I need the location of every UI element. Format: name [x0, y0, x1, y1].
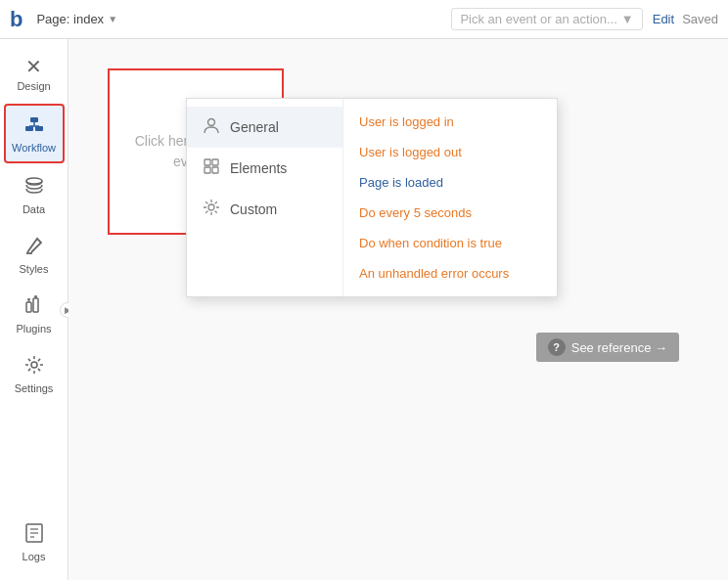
- settings-icon: [23, 354, 45, 380]
- dropdown-custom-item[interactable]: Custom: [187, 189, 342, 230]
- general-icon: [203, 116, 220, 138]
- page-selector[interactable]: Page: index ▼: [36, 12, 117, 26]
- design-icon: ✕: [25, 55, 42, 78]
- see-reference-button[interactable]: ? See reference →: [536, 333, 679, 362]
- dropdown-elements-item[interactable]: Elements: [187, 148, 342, 189]
- sidebar-item-styles[interactable]: Styles: [4, 227, 65, 283]
- general-label: General: [230, 119, 279, 135]
- svg-point-24: [208, 204, 214, 210]
- sidebar-item-styles-label: Styles: [20, 263, 49, 275]
- dropdown-item-user-logged-out[interactable]: User is logged out: [343, 137, 557, 167]
- sidebar-item-plugins-label: Plugins: [16, 323, 51, 335]
- edit-saved-area: Edit Saved: [653, 12, 718, 26]
- workflow-icon: [23, 113, 46, 140]
- top-bar: b Page: index ▼ Pick an event or an acti…: [0, 0, 728, 39]
- sidebar-item-settings[interactable]: Settings: [4, 346, 65, 402]
- event-placeholder: Pick an event or an action...: [460, 12, 616, 26]
- sidebar: ✕ Design Workflow: [0, 39, 68, 580]
- sidebar-item-workflow[interactable]: Workflow: [4, 104, 65, 163]
- sidebar-item-settings-label: Settings: [15, 382, 54, 394]
- svg-point-6: [26, 178, 42, 184]
- custom-icon: [203, 199, 220, 220]
- svg-rect-8: [26, 302, 31, 312]
- styles-icon: [23, 235, 45, 261]
- sidebar-item-plugins[interactable]: Plugins: [4, 287, 65, 342]
- svg-rect-9: [33, 298, 38, 312]
- svg-point-19: [208, 119, 215, 126]
- dropdown-general-item[interactable]: General: [187, 107, 342, 148]
- event-dropdown: General Elements: [186, 98, 558, 297]
- main-layout: ✕ Design Workflow: [0, 39, 728, 580]
- plugins-icon: [23, 294, 45, 321]
- sidebar-item-workflow-label: Workflow: [12, 142, 56, 154]
- sidebar-item-design-label: Design: [17, 80, 50, 92]
- sidebar-item-design[interactable]: ✕ Design: [4, 47, 65, 100]
- logs-icon: [24, 522, 44, 549]
- dropdown-item-do-when-condition[interactable]: Do when condition is true: [343, 228, 557, 258]
- dropdown-item-unhandled-error[interactable]: An unhandled error occurs: [343, 258, 557, 289]
- page-label: Page: index: [36, 12, 104, 26]
- dropdown-right-panel: User is logged in User is logged out Pag…: [343, 99, 557, 296]
- question-mark-icon: ?: [548, 338, 566, 356]
- dropdown-item-page-is-loaded[interactable]: Page is loaded: [343, 167, 557, 198]
- custom-label: Custom: [230, 201, 277, 217]
- saved-status: Saved: [682, 12, 718, 26]
- svg-rect-21: [212, 159, 218, 165]
- svg-rect-23: [212, 167, 218, 173]
- see-reference-label: See reference →: [571, 340, 667, 355]
- sidebar-item-data[interactable]: Data: [4, 167, 65, 223]
- dropdown-item-user-logged-in[interactable]: User is logged in: [343, 107, 557, 137]
- sidebar-item-logs-label: Logs: [23, 551, 46, 562]
- dropdown-left-panel: General Elements: [187, 99, 343, 296]
- app-logo: b: [10, 7, 23, 32]
- elements-label: Elements: [230, 160, 287, 176]
- sidebar-item-logs[interactable]: Logs: [4, 514, 65, 570]
- edit-button[interactable]: Edit: [653, 12, 674, 26]
- content-area: Click here to add an event... General: [68, 39, 728, 580]
- sidebar-item-data-label: Data: [23, 203, 45, 215]
- page-chevron: ▼: [108, 14, 117, 24]
- elements-icon: [203, 157, 220, 179]
- data-icon: [23, 175, 45, 201]
- svg-point-14: [31, 362, 37, 368]
- svg-rect-22: [205, 167, 210, 173]
- svg-rect-2: [30, 117, 38, 122]
- event-action-selector[interactable]: Pick an event or an action... ▼: [451, 8, 642, 30]
- event-selector-chevron: ▼: [621, 12, 634, 26]
- svg-rect-20: [205, 159, 210, 165]
- dropdown-item-do-every-5-seconds[interactable]: Do every 5 seconds: [343, 198, 557, 228]
